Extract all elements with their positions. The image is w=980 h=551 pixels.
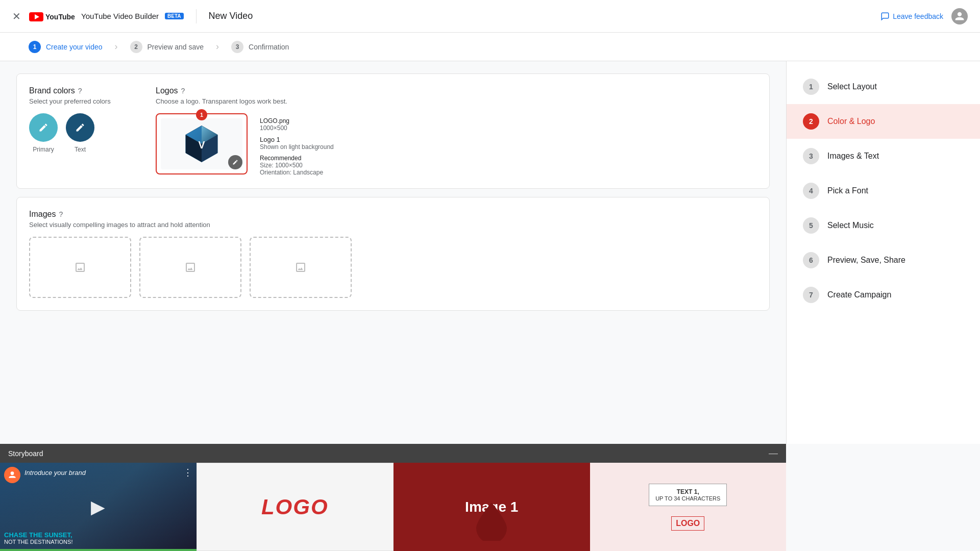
- image-placeholder-2[interactable]: [139, 237, 241, 298]
- storyboard-title: Storyboard: [8, 449, 43, 458]
- image-placeholder-1[interactable]: [29, 237, 131, 298]
- sb-text-box: TEXT 1, UP TO 34 CHARACTERS: [649, 484, 727, 506]
- feedback-label: Leave feedback: [893, 12, 943, 20]
- storyboard-frame-1[interactable]: Introduce your brand ⋮ ▶ CHASE THE SUNSE…: [0, 463, 197, 551]
- image-placeholder-3[interactable]: [250, 237, 352, 298]
- add-image-icon-1: [74, 261, 86, 273]
- storyboard-frame-3[interactable]: Image 1: [394, 463, 590, 551]
- close-button[interactable]: ✕: [12, 10, 21, 22]
- app-name-label: YouTube Video Builder: [81, 12, 159, 20]
- sb-text-box-line1: TEXT 1,: [655, 488, 720, 495]
- primary-color-swatch[interactable]: [29, 113, 58, 142]
- avatar[interactable]: [951, 8, 968, 24]
- step-3-label: Confirmation: [249, 43, 289, 51]
- storyboard: Storyboard — Introduce your brand ⋮ ▶ CH…: [0, 444, 786, 551]
- sidebar-item-color-logo[interactable]: 2 Color & Logo: [787, 104, 980, 139]
- logos-title: Logos ?: [156, 86, 757, 95]
- step-2-label: Preview and save: [148, 43, 204, 51]
- add-image-icon-3: [295, 261, 307, 273]
- images-card: Images ? Select visually compelling imag…: [16, 197, 770, 311]
- storyboard-intro-label: Introduce your brand: [24, 469, 86, 477]
- logo-badge: 1: [196, 109, 207, 120]
- svg-text:V: V: [198, 139, 205, 151]
- logo-grid: 1: [156, 113, 757, 176]
- step-2[interactable]: 2 Preview and save: [118, 41, 216, 53]
- drop-shape-icon: [474, 500, 509, 541]
- brand-logos-card: Brand colors ? Select your preferred col…: [16, 73, 770, 189]
- feedback-button[interactable]: Leave feedback: [880, 12, 943, 21]
- color-swatches: Primary Text: [29, 113, 131, 153]
- storyboard-frame-1-more[interactable]: ⋮: [183, 467, 192, 478]
- logo-edit-button[interactable]: [228, 155, 242, 169]
- logo-recommended: Recommended Size: 1000×500 Orientation: …: [260, 155, 334, 176]
- storyboard-minimize-button[interactable]: —: [769, 448, 778, 459]
- brand-colors-title: Brand colors ?: [29, 86, 131, 95]
- step-1-number: 1: [29, 41, 41, 53]
- sidebar-item-preview-save-label: Preview, Save, Share: [827, 256, 905, 265]
- sidebar-item-create-campaign[interactable]: 7 Create Campaign: [787, 278, 980, 312]
- text-color-swatch[interactable]: [66, 113, 94, 142]
- sb-logo-text: LOGO: [261, 495, 329, 519]
- step-1[interactable]: 1 Create your video: [16, 41, 115, 53]
- sidebar-item-pick-font[interactable]: 4 Pick a Font: [787, 173, 980, 208]
- sidebar-item-color-logo-label: Color & Logo: [827, 117, 875, 126]
- sidebar-item-images-text-label: Images & Text: [827, 152, 879, 161]
- sidebar-item-pick-font-label: Pick a Font: [827, 186, 868, 195]
- page-title: New Video: [209, 11, 253, 21]
- logo-info: LOGO.png 1000×500 Logo 1 Shown on light …: [260, 117, 334, 176]
- sidebar-step-7-num: 7: [803, 287, 819, 303]
- header-divider: [196, 9, 197, 23]
- content-area: Brand colors ? Select your preferred col…: [0, 61, 786, 444]
- storyboard-bottom-text: CHASE THE SUNSET, NOT THE DESTINATIONS!: [4, 531, 192, 545]
- logo-card-1[interactable]: 1: [156, 113, 248, 174]
- sidebar-item-preview-save[interactable]: 6 Preview, Save, Share: [787, 243, 980, 278]
- storyboard-header: Storyboard —: [0, 444, 786, 463]
- sidebar-item-select-music[interactable]: 5 Select Music: [787, 208, 980, 243]
- add-image-icon-2: [184, 261, 197, 273]
- logo-size-label: Size: 1000×500: [260, 162, 334, 169]
- sidebar-step-4-num: 4: [803, 183, 819, 199]
- svg-text:YouTube: YouTube: [45, 13, 75, 21]
- header-right: Leave feedback: [880, 8, 968, 24]
- text-edit-icon: [75, 122, 85, 133]
- logos-subtitle: Choose a logo. Transparent logos work be…: [156, 97, 757, 105]
- feedback-icon: [880, 12, 890, 21]
- play-button[interactable]: ▶: [91, 496, 105, 518]
- storyboard-avatar: [4, 467, 20, 483]
- sb-text-line-2: NOT THE DESTINATIONS!: [4, 539, 192, 545]
- sb-logo-small: LOGO: [671, 516, 704, 531]
- sb-text-box-line2: UP TO 34 CHARACTERS: [655, 495, 720, 502]
- avatar-icon: [954, 11, 965, 21]
- brand-colors-help-icon[interactable]: ?: [78, 87, 82, 95]
- logos-section: Logos ? Choose a logo. Transparent logos…: [156, 86, 757, 176]
- step-3-number: 3: [231, 41, 243, 53]
- right-sidebar: 1 Select Layout 2 Color & Logo 3 Images …: [786, 61, 980, 444]
- pencil-icon: [232, 159, 238, 165]
- sidebar-step-5-num: 5: [803, 217, 819, 234]
- step-1-label: Create your video: [46, 43, 103, 51]
- text-color-wrap: Text: [66, 113, 94, 153]
- brand-colors-section: Brand colors ? Select your preferred col…: [29, 86, 131, 176]
- sidebar-item-select-layout-label: Select Layout: [827, 82, 877, 91]
- sidebar-step-2-num: 2: [803, 113, 819, 130]
- step-2-number: 2: [130, 41, 142, 53]
- storyboard-frame-2[interactable]: LOGO: [197, 463, 394, 551]
- sb-progress-bar: [0, 549, 197, 551]
- images-help-icon[interactable]: ?: [59, 210, 63, 218]
- step-3[interactable]: 3 Confirmation: [219, 41, 301, 53]
- text-color-label: Text: [75, 146, 86, 153]
- images-title: Images ?: [29, 210, 757, 219]
- sb-text-line-1: CHASE THE SUNSET,: [4, 531, 192, 539]
- steps-bar: 1 Create your video › 2 Preview and save…: [0, 33, 980, 61]
- sidebar-step-3-num: 3: [803, 148, 819, 164]
- beta-badge: BETA: [165, 13, 183, 19]
- logos-help-icon[interactable]: ?: [181, 87, 185, 95]
- sidebar-item-images-text[interactable]: 3 Images & Text: [787, 139, 980, 173]
- storyboard-frame-4[interactable]: TEXT 1, UP TO 34 CHARACTERS LOGO: [590, 463, 787, 551]
- image-placeholders: [29, 237, 757, 298]
- sidebar-item-select-layout[interactable]: 1 Select Layout: [787, 69, 980, 104]
- avatar-icon-sb: [7, 470, 17, 480]
- logo-recommended-title: Recommended: [260, 155, 334, 162]
- app-header: ✕ YouTube YouTube Video Builder BETA New…: [0, 0, 980, 33]
- edit-icon: [38, 122, 48, 133]
